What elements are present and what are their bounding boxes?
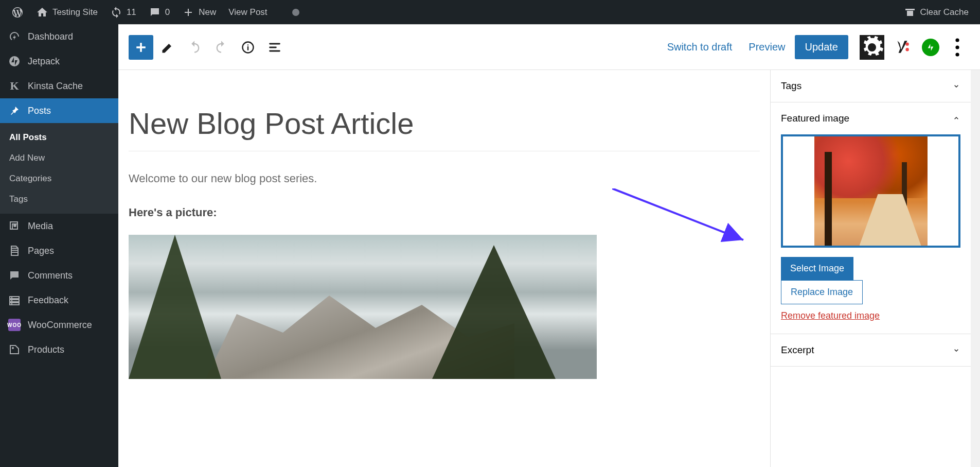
yoast-adminbar[interactable]: [274, 6, 286, 19]
switch-to-draft-link[interactable]: Switch to draft: [660, 36, 740, 58]
woocommerce-icon: WOO: [8, 319, 21, 331]
sidebar-item-posts[interactable]: Posts: [0, 98, 118, 123]
submenu-item-categories[interactable]: Categories: [0, 168, 118, 189]
undo-icon: [187, 40, 202, 55]
plus-icon: [134, 40, 148, 55]
dot-icon: [292, 9, 299, 16]
featured-image-panel-toggle[interactable]: Featured image: [771, 102, 971, 134]
sidebar-item-media[interactable]: Media: [0, 214, 118, 238]
sidebar-item-dashboard[interactable]: Dashboard: [0, 24, 118, 49]
heading-block[interactable]: Here's a picture:: [129, 206, 760, 219]
comments-icon: [149, 6, 161, 19]
pencil-icon: [161, 40, 175, 55]
gauge-icon: [8, 30, 21, 43]
info-icon: [241, 40, 255, 55]
preview-link[interactable]: Preview: [741, 36, 792, 58]
pages-icon: [8, 245, 21, 257]
svg-point-8: [955, 53, 959, 56]
update-button[interactable]: Update: [795, 35, 849, 59]
submenu-label: Add New: [9, 153, 45, 163]
comments-menu-icon: [8, 269, 21, 282]
sidebar-item-woocommerce[interactable]: WOO WooCommerce: [0, 313, 118, 337]
pin-icon: [8, 105, 21, 117]
new-content-link[interactable]: New: [176, 0, 222, 24]
settings-button[interactable]: [860, 35, 884, 60]
excerpt-panel-toggle[interactable]: Excerpt: [771, 334, 971, 366]
feedback-icon: [8, 294, 21, 306]
sidebar-item-kinsta[interactable]: K Kinsta Cache: [0, 74, 118, 98]
posts-submenu: All Posts Add New Categories Tags: [0, 123, 118, 214]
page-scrollbar[interactable]: [971, 70, 980, 467]
jetpack-button[interactable]: [918, 35, 943, 60]
updates-count: 11: [127, 7, 136, 18]
tags-panel-toggle[interactable]: Tags: [771, 70, 971, 102]
sidebar-item-label: Products: [28, 344, 64, 355]
add-block-button[interactable]: [129, 35, 153, 60]
yoast-icon: [893, 39, 911, 56]
submenu-item-tags[interactable]: Tags: [0, 189, 118, 210]
sidebar-item-jetpack[interactable]: Jetpack: [0, 49, 118, 74]
sidebar-item-feedback[interactable]: Feedback: [0, 288, 118, 313]
sidebar-item-label: Comments: [28, 270, 73, 281]
svg-point-6: [955, 38, 959, 42]
tools-button[interactable]: [155, 35, 180, 60]
svg-point-2: [12, 347, 14, 349]
admin-sidebar: Dashboard Jetpack K Kinsta Cache Posts A…: [0, 24, 118, 467]
undo-button[interactable]: [182, 35, 207, 60]
kinsta-icon: K: [8, 80, 21, 92]
site-name-link[interactable]: Testing Site: [30, 0, 104, 24]
wordpress-icon: [11, 6, 24, 19]
wp-logo[interactable]: [5, 0, 30, 24]
image-block[interactable]: [129, 235, 597, 379]
svg-point-5: [905, 48, 908, 51]
sidebar-item-label: Kinsta Cache: [28, 81, 83, 92]
more-options-button[interactable]: [945, 35, 970, 60]
submenu-item-add-new[interactable]: Add New: [0, 148, 118, 168]
media-icon: [8, 220, 21, 232]
cache-icon: [904, 6, 916, 19]
sidebar-item-label: WooCommerce: [28, 320, 92, 331]
chevron-up-icon: [952, 114, 960, 123]
remove-featured-image-link[interactable]: Remove featured image: [781, 310, 880, 321]
settings-sidebar: Tags Featured image: [770, 70, 971, 467]
sidebar-item-label: Feedback: [28, 295, 68, 306]
clear-cache-link[interactable]: Clear Cache: [898, 0, 975, 24]
sidebar-item-comments[interactable]: Comments: [0, 263, 118, 288]
featured-image-thumbnail[interactable]: [781, 134, 960, 248]
wp-admin-bar: Testing Site 11 0 New View Post Clear Ca…: [0, 0, 980, 24]
svg-point-4: [905, 42, 908, 45]
site-name-text: Testing Site: [52, 7, 98, 18]
outline-button[interactable]: [262, 35, 287, 60]
sidebar-item-label: Pages: [28, 246, 54, 256]
products-icon: [8, 343, 21, 356]
sidebar-item-pages[interactable]: Pages: [0, 238, 118, 263]
jetpack-circle-icon: [922, 39, 939, 56]
submenu-item-all-posts[interactable]: All Posts: [0, 127, 118, 148]
view-post-label: View Post: [228, 7, 267, 18]
svg-point-0: [9, 56, 20, 66]
details-button[interactable]: [236, 35, 260, 60]
select-image-button[interactable]: Select Image: [781, 257, 853, 280]
yoast-button[interactable]: [889, 35, 914, 60]
featured-image-panel: Featured image: [771, 102, 971, 334]
replace-image-button[interactable]: Replace Image: [781, 280, 863, 304]
redo-button[interactable]: [209, 35, 234, 60]
updates-link[interactable]: 11: [104, 0, 142, 24]
comments-link[interactable]: 0: [142, 0, 176, 24]
gear-icon: [860, 35, 884, 60]
post-title[interactable]: New Blog Post Article: [129, 96, 760, 151]
excerpt-panel: Excerpt: [771, 334, 971, 367]
paragraph-block[interactable]: Welcome to our new blog post series.: [129, 172, 760, 185]
sidebar-item-products[interactable]: Products: [0, 337, 118, 362]
plus-icon: [182, 6, 194, 19]
panel-title: Featured image: [781, 113, 849, 124]
editor-canvas[interactable]: New Blog Post Article Welcome to our new…: [118, 70, 770, 467]
chevron-down-icon: [952, 346, 960, 354]
sidebar-item-label: Jetpack: [28, 56, 60, 67]
updates-icon: [110, 6, 122, 19]
status-dot[interactable]: [286, 0, 306, 24]
comments-count: 0: [165, 7, 170, 18]
sidebar-item-label: Dashboard: [28, 31, 73, 42]
view-post-link[interactable]: View Post: [222, 0, 273, 24]
list-icon: [268, 40, 282, 55]
